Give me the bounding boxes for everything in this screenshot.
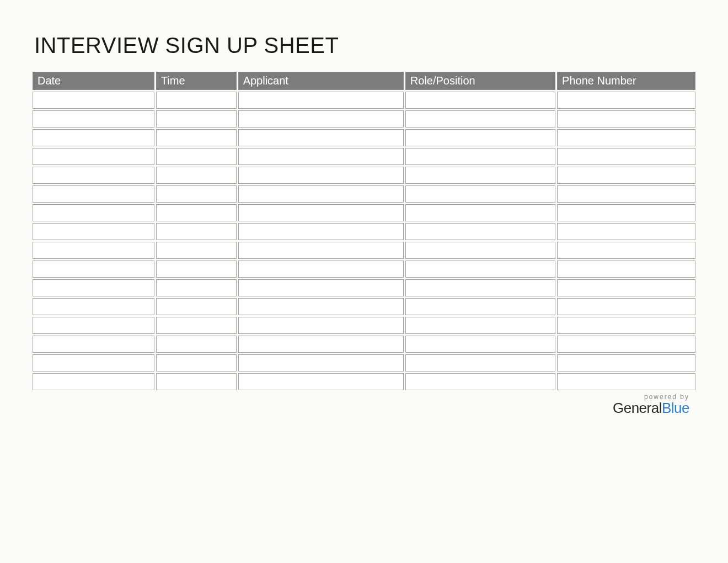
footer: powered by GeneralBlue — [613, 393, 689, 417]
table-row — [33, 223, 695, 240]
table-row — [33, 129, 695, 146]
table-row — [33, 298, 695, 315]
table-cell[interactable] — [557, 223, 695, 240]
table-cell[interactable] — [238, 317, 404, 334]
table-cell[interactable] — [33, 148, 154, 165]
table-cell[interactable] — [405, 261, 555, 278]
table-cell[interactable] — [405, 242, 555, 259]
table-cell[interactable] — [557, 129, 695, 146]
table-cell[interactable] — [156, 110, 237, 128]
table-cell[interactable] — [405, 167, 555, 184]
table-row — [33, 204, 695, 221]
table-cell[interactable] — [156, 204, 237, 221]
table-cell[interactable] — [33, 317, 154, 334]
table-cell[interactable] — [557, 167, 695, 184]
table-cell[interactable] — [156, 242, 237, 259]
table-cell[interactable] — [33, 336, 154, 353]
table-cell[interactable] — [33, 204, 154, 221]
table-cell[interactable] — [238, 242, 404, 259]
table-cell[interactable] — [156, 317, 237, 334]
table-cell[interactable] — [238, 298, 404, 315]
table-cell[interactable] — [156, 223, 237, 240]
column-header-applicant: Applicant — [238, 72, 404, 90]
table-cell[interactable] — [156, 373, 237, 390]
table-cell[interactable] — [156, 185, 237, 203]
table-cell[interactable] — [405, 354, 555, 371]
table-cell[interactable] — [405, 185, 555, 203]
table-cell[interactable] — [557, 242, 695, 259]
table-cell[interactable] — [557, 336, 695, 353]
table-cell[interactable] — [238, 129, 404, 146]
table-cell[interactable] — [557, 185, 695, 203]
table-cell[interactable] — [238, 92, 404, 109]
table-cell[interactable] — [156, 261, 237, 278]
table-cell[interactable] — [33, 223, 154, 240]
table-row — [33, 279, 695, 296]
table-row — [33, 167, 695, 184]
table-cell[interactable] — [156, 129, 237, 146]
table-cell[interactable] — [557, 298, 695, 315]
table-cell[interactable] — [557, 148, 695, 165]
table-cell[interactable] — [238, 223, 404, 240]
table-cell[interactable] — [33, 354, 154, 371]
table-cell[interactable] — [405, 92, 555, 109]
table-header-row: Date Time Applicant Role/Position Phone … — [33, 72, 695, 90]
table-cell[interactable] — [405, 204, 555, 221]
table-row — [33, 336, 695, 353]
table-cell[interactable] — [557, 261, 695, 278]
table-cell[interactable] — [405, 129, 555, 146]
table-cell[interactable] — [238, 204, 404, 221]
table-cell[interactable] — [405, 223, 555, 240]
table-row — [33, 373, 695, 390]
table-cell[interactable] — [33, 261, 154, 278]
table-cell[interactable] — [238, 110, 404, 128]
column-header-phone: Phone Number — [557, 72, 695, 90]
table-cell[interactable] — [238, 336, 404, 353]
table-cell[interactable] — [405, 373, 555, 390]
table-cell[interactable] — [405, 148, 555, 165]
table-cell[interactable] — [405, 317, 555, 334]
table-cell[interactable] — [238, 354, 404, 371]
table-cell[interactable] — [238, 261, 404, 278]
table-cell[interactable] — [405, 110, 555, 128]
table-cell[interactable] — [33, 92, 154, 109]
table-cell[interactable] — [557, 317, 695, 334]
brand-logo: GeneralBlue — [613, 400, 689, 417]
table-cell[interactable] — [33, 110, 154, 128]
table-cell[interactable] — [156, 148, 237, 165]
table-cell[interactable] — [156, 298, 237, 315]
table-cell[interactable] — [156, 167, 237, 184]
table-cell[interactable] — [33, 242, 154, 259]
table-cell[interactable] — [557, 354, 695, 371]
table-cell[interactable] — [156, 279, 237, 296]
table-cell[interactable] — [33, 185, 154, 203]
column-header-time: Time — [156, 72, 237, 90]
table-cell[interactable] — [557, 279, 695, 296]
table-row — [33, 354, 695, 371]
table-cell[interactable] — [156, 354, 237, 371]
table-cell[interactable] — [238, 373, 404, 390]
table-cell[interactable] — [33, 298, 154, 315]
table-cell[interactable] — [557, 204, 695, 221]
table-body — [33, 92, 695, 390]
table-cell[interactable] — [238, 185, 404, 203]
table-cell[interactable] — [33, 279, 154, 296]
page-title: INTERVIEW SIGN UP SHEET — [34, 33, 697, 58]
table-cell[interactable] — [238, 148, 404, 165]
signup-table: Date Time Applicant Role/Position Phone … — [31, 70, 697, 392]
table-cell[interactable] — [405, 298, 555, 315]
table-cell[interactable] — [238, 279, 404, 296]
table-cell[interactable] — [33, 129, 154, 146]
table-cell[interactable] — [33, 167, 154, 184]
table-cell[interactable] — [238, 167, 404, 184]
table-cell[interactable] — [33, 373, 154, 390]
brand-blue: Blue — [662, 400, 689, 416]
table-cell[interactable] — [405, 336, 555, 353]
table-row — [33, 148, 695, 165]
table-cell[interactable] — [557, 373, 695, 390]
table-cell[interactable] — [557, 110, 695, 128]
table-cell[interactable] — [156, 336, 237, 353]
table-cell[interactable] — [156, 92, 237, 109]
table-cell[interactable] — [557, 92, 695, 109]
table-cell[interactable] — [405, 279, 555, 296]
